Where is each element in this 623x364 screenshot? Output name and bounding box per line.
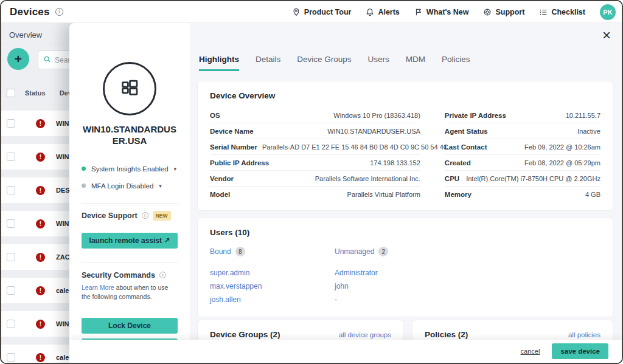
row-checkbox[interactable] — [7, 286, 15, 295]
device-overview-title: Device Overview — [210, 91, 600, 100]
overview-label: Created — [445, 159, 471, 167]
all-policies-link[interactable]: all policies — [568, 331, 600, 338]
disabled-dot-icon — [82, 184, 86, 188]
overview-label: Agent Status — [445, 128, 488, 135]
overview-value: Feb 08, 2022 @ 05:29pm — [524, 159, 600, 167]
nav-product-tour[interactable]: Product Tour — [292, 8, 352, 16]
user-link[interactable]: super.admin — [210, 266, 335, 280]
row-checkbox[interactable] — [7, 219, 15, 228]
windows-logo-icon — [114, 72, 145, 105]
lifebuoy-icon — [483, 8, 492, 16]
device-detail-content: × Highlights Details Device Groups Users… — [190, 23, 622, 363]
flag-icon — [414, 8, 423, 16]
row-checkbox[interactable] — [7, 353, 15, 362]
overview-row: Device Name WIN10.STANDARDUSER.USA — [210, 123, 420, 139]
overview-value: Parallels-AD D7 E1 22 FE 15 46 84 B0 D8 … — [262, 143, 448, 151]
panel-divider — [82, 262, 178, 263]
tab-policies[interactable]: Policies — [442, 55, 470, 71]
overview-value: Feb 09, 2022 @ 10:26am — [524, 143, 600, 151]
user-link[interactable]: max.verstappen — [210, 280, 335, 293]
chevron-down-icon: ▾ — [174, 166, 177, 172]
user-link[interactable]: - — [335, 293, 600, 306]
overview-value: 4 GB — [585, 191, 600, 198]
overview-row: OS Windows 10 Pro (18363.418) — [210, 108, 420, 123]
learn-more-link[interactable]: Learn More — [82, 284, 114, 291]
overview-row: Created Feb 08, 2022 @ 05:29pm — [445, 155, 600, 171]
device-detail-modal: WIN10.STANDARDUSER.USA System Insights E… — [69, 23, 622, 363]
users-title: Users (10) — [210, 228, 600, 237]
overview-row: Agent Status Inactive — [445, 123, 600, 139]
overview-value: Parallels Software International Inc. — [315, 175, 420, 182]
bound-users-column: Bound 8 super.adminmax.verstappenjosh.al… — [210, 247, 335, 307]
location-pin-icon — [292, 8, 301, 16]
alert-status-icon: ! — [36, 353, 45, 362]
overview-value: Inactive — [577, 128, 600, 135]
alert-status-icon: ! — [36, 219, 45, 228]
tab-details[interactable]: Details — [256, 55, 280, 71]
unmanaged-link[interactable]: Unmanaged — [335, 247, 374, 256]
overview-label: Memory — [445, 191, 472, 198]
info-icon[interactable]: i — [142, 212, 148, 219]
row-checkbox[interactable] — [7, 186, 15, 194]
row-checkbox[interactable] — [7, 153, 15, 161]
select-all-checkbox[interactable] — [7, 89, 15, 97]
user-link[interactable]: Administrator — [335, 266, 600, 280]
all-device-groups-link[interactable]: all device groups — [339, 331, 391, 338]
overview-row: Memory 4 GB — [445, 187, 600, 202]
tab-users[interactable]: Users — [368, 55, 389, 71]
add-device-button[interactable]: + — [7, 48, 29, 70]
row-checkbox[interactable] — [7, 119, 15, 128]
save-device-button[interactable]: save device — [552, 343, 608, 359]
tab-device-groups[interactable]: Device Groups — [297, 55, 351, 71]
close-icon[interactable]: × — [602, 28, 611, 43]
unmanaged-users-column: Unmanaged 2 Administratorjohn- — [335, 247, 600, 307]
row-checkbox[interactable] — [7, 320, 15, 328]
tab-highlights[interactable]: Highlights — [199, 55, 239, 71]
alert-status-icon: ! — [36, 186, 45, 195]
checklist-icon — [539, 8, 548, 16]
alert-status-icon: ! — [36, 286, 45, 295]
info-icon[interactable]: i — [55, 8, 63, 16]
device-overview-card: Device Overview OS Windows 10 Pro (18363… — [197, 81, 613, 211]
cancel-button[interactable]: cancel — [521, 348, 540, 355]
row-checkbox[interactable] — [7, 253, 15, 261]
overview-value: WIN10.STANDARDUSER.USA — [327, 128, 420, 135]
user-avatar[interactable]: PK — [600, 4, 616, 20]
mfa-login-toggle[interactable]: MFA Login Disabled ▾ — [82, 182, 178, 190]
overview-value: Intel(R) Core(TM) i7-8750H CPU @ 2.20GHz — [466, 175, 600, 182]
alert-status-icon: ! — [36, 320, 45, 329]
overview-label: Private IP Address — [445, 112, 506, 119]
modal-footer: cancel save device — [69, 340, 622, 363]
overview-row: Public IP Address 174.198.133.152 — [210, 155, 420, 171]
nav-support[interactable]: Support — [483, 8, 524, 16]
security-commands-heading: Security Commands i — [82, 271, 178, 280]
header-nav: Product Tour Alerts What's New Support C… — [292, 4, 616, 20]
device-summary-panel: WIN10.STANDARDUSER.USA System Insights E… — [69, 23, 190, 363]
overview-label: Public IP Address — [210, 159, 269, 167]
overview-label: Model — [210, 191, 230, 198]
search-icon — [43, 55, 51, 66]
bound-link[interactable]: Bound — [210, 247, 231, 256]
nav-checklist[interactable]: Checklist — [539, 8, 585, 16]
overview-row: CPU Intel(R) Core(TM) i7-8750H CPU @ 2.2… — [445, 171, 600, 187]
device-os-badge — [103, 62, 156, 115]
alert-status-icon: ! — [36, 119, 45, 128]
unmanaged-count-badge: 2 — [378, 247, 388, 256]
info-icon[interactable]: i — [159, 272, 166, 278]
launch-remote-assist-button[interactable]: launch remote assist ↗ — [82, 233, 178, 249]
tab-mdm[interactable]: MDM — [406, 55, 425, 71]
user-link[interactable]: john — [335, 280, 600, 293]
overview-value: Windows 10 Pro (18363.418) — [333, 112, 420, 119]
nav-alerts[interactable]: Alerts — [366, 8, 399, 16]
system-insights-toggle[interactable]: System Insights Enabled ▾ — [82, 165, 178, 173]
security-commands-description: Learn More about when to use the followi… — [82, 283, 178, 303]
overview-value: 10.211.55.7 — [566, 112, 600, 119]
overview-left-column: OS Windows 10 Pro (18363.418) Device Nam… — [210, 108, 420, 202]
nav-whats-new[interactable]: What's New — [414, 8, 469, 16]
policies-title: Policies (2) — [425, 330, 468, 339]
user-link[interactable]: josh.allen — [210, 293, 335, 306]
column-status: Status — [25, 89, 46, 97]
overview-row: Model Parallels Virtual Platform — [210, 187, 420, 202]
overview-row: Vendor Parallels Software International … — [210, 171, 420, 187]
lock-device-button[interactable]: Lock Device — [82, 318, 178, 334]
